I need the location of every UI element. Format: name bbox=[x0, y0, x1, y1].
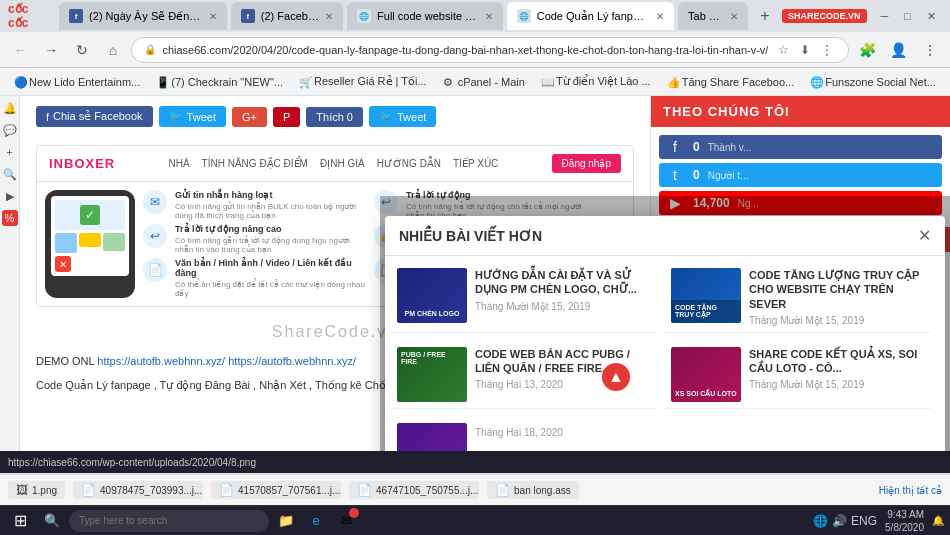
taskbar-explorer-icon[interactable]: 📁 bbox=[273, 508, 299, 534]
tw-icon: 🐦 bbox=[169, 110, 183, 123]
demo-link-1[interactable]: https://autofb.webhnn.xyz/ bbox=[97, 355, 225, 367]
sidebar-home-icon[interactable]: 🔔 bbox=[2, 100, 18, 116]
sidebar-messenger-icon[interactable]: 💬 bbox=[2, 122, 18, 138]
taskbar-mail-icon[interactable]: ✉ bbox=[333, 508, 359, 534]
status-url: https://chiase66.com/wp-content/uploads/… bbox=[8, 457, 942, 468]
dl-name-3: 46747105_750755...j... bbox=[376, 485, 478, 496]
new-tab-button[interactable]: + bbox=[752, 2, 778, 30]
tab-close-5[interactable]: ✕ bbox=[730, 11, 738, 22]
tab-2[interactable]: f (2) Facebook ✕ bbox=[231, 2, 343, 30]
sidebar-special-icon[interactable]: % bbox=[2, 210, 18, 226]
taskbar-edge-icon[interactable]: e bbox=[303, 508, 329, 534]
bookmark-6[interactable]: 🌐 Funszone Social Net... bbox=[804, 74, 942, 90]
time-display: 9:43 AM 5/8/2020 bbox=[885, 508, 924, 534]
article-thumb-4 bbox=[397, 423, 467, 451]
bookmark-favicon-4: 📖 bbox=[541, 76, 553, 88]
sidebar-add-icon[interactable]: + bbox=[2, 144, 18, 160]
nav-item-3[interactable]: HƯỚNG DẪN bbox=[377, 158, 441, 169]
facebook-share-button[interactable]: f Chia sẻ Facebook bbox=[36, 106, 153, 127]
start-button[interactable]: ⊞ bbox=[6, 511, 35, 530]
notifications-icon[interactable]: 🔔 bbox=[932, 515, 944, 526]
star-icon[interactable]: ☆ bbox=[774, 41, 792, 59]
refresh-button[interactable]: ↻ bbox=[70, 36, 95, 64]
article-0[interactable]: PM CHÈN LOGO HƯỚNG DẪN CÀI ĐẶT VÀ SỬ DỤN… bbox=[391, 262, 657, 333]
home-button[interactable]: ⌂ bbox=[101, 36, 126, 64]
social-buttons: f Chia sẻ Facebook 🐦 Tweet G+ P Thích 0 bbox=[20, 96, 650, 137]
fb-stat-icon: f bbox=[665, 139, 685, 155]
download-0[interactable]: 🖼 1.png bbox=[8, 481, 65, 499]
article-info-0: HƯỚNG DẪN CÀI ĐẶT VÀ SỬ DỤNG PM CHÈN LOG… bbox=[475, 268, 651, 326]
tab-close-2[interactable]: ✕ bbox=[325, 11, 333, 22]
bookmark-0[interactable]: 🔵 New Lido Entertainm... bbox=[8, 74, 146, 90]
bookmark-2[interactable]: 🛒 Reseller Giá Rẻ | Tối... bbox=[293, 73, 433, 90]
article-3[interactable]: XS SOI CẦU LOTO SHARE CODE KẾT QUẢ XS, S… bbox=[665, 341, 931, 409]
feature-4: 📄 Văn bản / Hình ảnh / Video / Liên kết … bbox=[143, 258, 370, 298]
pinterest-share-button[interactable]: P bbox=[273, 107, 300, 127]
feature-title-2: Trả lời tự động nâng cao bbox=[175, 224, 370, 234]
article-info-1: CODE TĂNG LƯỢNG TRUY CẬP CHO WEBSITE CHẠ… bbox=[749, 268, 925, 326]
bookmark-label-0: New Lido Entertainm... bbox=[29, 76, 140, 88]
network-icon[interactable]: 🌐 bbox=[813, 514, 828, 528]
download-3[interactable]: 📄 46747105_750755...j... bbox=[349, 481, 479, 499]
tweet-button[interactable]: 🐦 Tweet bbox=[369, 106, 436, 127]
tab-close-3[interactable]: ✕ bbox=[485, 11, 493, 22]
tab-close-4[interactable]: ✕ bbox=[656, 11, 664, 22]
close-button[interactable]: ✕ bbox=[921, 10, 942, 23]
bookmark-label-5: Tăng Share Faceboo... bbox=[682, 76, 795, 88]
tab-3[interactable]: 🌐 Full code website chi... ✕ bbox=[347, 2, 503, 30]
settings-button[interactable]: ⋮ bbox=[917, 36, 942, 64]
article-4[interactable]: Tháng Hai 18, 2020 bbox=[391, 417, 657, 451]
bookmark-favicon-5: 👍 bbox=[667, 76, 679, 88]
twitter-share-button[interactable]: 🐦 Tweet bbox=[159, 106, 226, 127]
dl-icon-0: 🖼 bbox=[16, 483, 28, 497]
maximize-button[interactable]: □ bbox=[898, 10, 917, 22]
minimize-button[interactable]: ─ bbox=[875, 10, 895, 22]
bookmark-5[interactable]: 👍 Tăng Share Faceboo... bbox=[661, 74, 801, 90]
profile-button[interactable]: 👤 bbox=[886, 36, 911, 64]
tab-favicon-3: 🌐 bbox=[357, 9, 371, 23]
nav-item-2[interactable]: ĐỊNH GIÁ bbox=[320, 158, 365, 169]
dl-name-0: 1.png bbox=[32, 485, 57, 496]
back-button[interactable]: ← bbox=[8, 36, 33, 64]
nav-item-4[interactable]: TIẾP XÚC bbox=[453, 158, 498, 169]
article-1[interactable]: CODE TĂNG TRUY CẬP CODE TĂNG LƯỢNG TRUY … bbox=[665, 262, 931, 333]
like-button[interactable]: Thích 0 bbox=[306, 107, 363, 127]
download-1[interactable]: 📄 40978475_703993...j... bbox=[73, 481, 203, 499]
sidebar-youtube-icon[interactable]: ▶ bbox=[2, 188, 18, 204]
download-4[interactable]: 📄 ban long.ass bbox=[487, 481, 579, 499]
address-bar[interactable]: 🔒 chiase66.com/2020/04/20/code-quan-ly-f… bbox=[131, 37, 849, 63]
taskbar-search-input[interactable] bbox=[69, 510, 269, 532]
article-date-3: Tháng Mười Một 15, 2019 bbox=[749, 379, 925, 390]
bookmark-1[interactable]: 📱 (7) Checkrain "NEW"... bbox=[150, 74, 289, 90]
scroll-up-button[interactable]: ▲ bbox=[602, 363, 630, 391]
bookmark-4[interactable]: 📖 Từ điển Việt Lào ... bbox=[535, 73, 657, 90]
tab-5[interactable]: Tab mới ✕ bbox=[678, 2, 748, 30]
demo-link-2[interactable]: https://autofb.webhnn.xyz/ bbox=[228, 355, 356, 367]
extensions-button[interactable]: 🧩 bbox=[855, 36, 880, 64]
popup-overlay: NHIỀU BÀI VIẾT HƠN ✕ PM CHÈN LOGO HƯỚNG … bbox=[380, 196, 950, 451]
app-header: INBOXER NHÀ TÍNH NĂNG ĐẶC ĐIỂM ĐỊNH GIÁ … bbox=[37, 146, 633, 182]
tw-stat-count: 0 bbox=[693, 168, 700, 182]
gplus-share-button[interactable]: G+ bbox=[232, 107, 267, 127]
download-page-icon[interactable]: ⬇ bbox=[796, 41, 814, 59]
popup-close-button[interactable]: ✕ bbox=[918, 226, 931, 245]
tab-close-1[interactable]: ✕ bbox=[209, 11, 217, 22]
browser-sidebar: 🔔 💬 + 🔍 ▶ % bbox=[0, 96, 20, 451]
forward-button[interactable]: → bbox=[39, 36, 64, 64]
tab-1[interactable]: f (2) Ngày Ấy Sẽ Đến 🔔 • ✕ bbox=[59, 2, 227, 30]
more-icon[interactable]: ⋮ bbox=[818, 41, 836, 59]
nav-item-0[interactable]: NHÀ bbox=[168, 158, 189, 169]
tab-4[interactable]: 🌐 Code Quản Lý fanpage... ✕ bbox=[507, 2, 674, 30]
sidebar-search-icon[interactable]: 🔍 bbox=[2, 166, 18, 182]
nav-item-1[interactable]: TÍNH NĂNG ĐẶC ĐIỂM bbox=[202, 158, 308, 169]
tab-label-5: Tab mới bbox=[688, 10, 724, 23]
tab-favicon-2: f bbox=[241, 9, 255, 23]
app-login-button[interactable]: Đăng nhập bbox=[552, 154, 621, 173]
lock-icon: 🔒 bbox=[144, 44, 156, 55]
sound-icon[interactable]: 🔊 bbox=[832, 514, 847, 528]
bookmark-3[interactable]: ⚙ cPanel - Main bbox=[437, 74, 531, 90]
download-2[interactable]: 📄 41570857_707561...j... bbox=[211, 481, 341, 499]
bookmark-7[interactable]: 📝 Free Scripts; Nulled... bbox=[946, 74, 950, 90]
show-all-downloads-button[interactable]: Hiện thị tất cả bbox=[879, 485, 942, 496]
article-date-0: Tháng Mười Một 15, 2019 bbox=[475, 301, 651, 312]
